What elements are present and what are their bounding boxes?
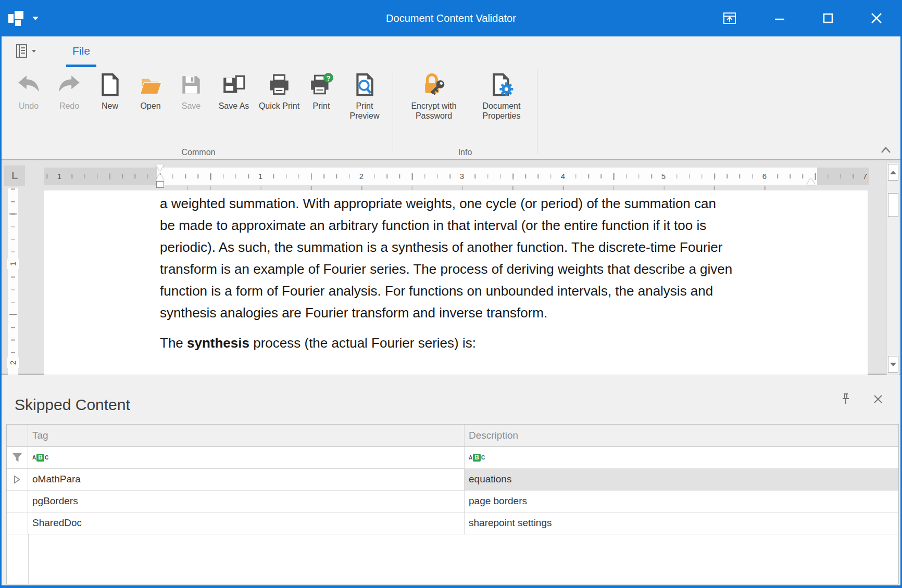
ruler-number: 4: [559, 168, 567, 185]
window-title: Document Content Validator: [0, 0, 902, 36]
skipped-content-panel: Skipped Content Tag Des: [0, 375, 902, 588]
scrollbar-thumb[interactable]: [888, 193, 898, 217]
ribbon-groups: Undo Redo: [4, 66, 537, 159]
header-indicator-cell: [7, 425, 28, 446]
horizontal-ruler: 1 1 2 3 4 5 6 7: [44, 168, 868, 185]
scroll-down-button[interactable]: [888, 356, 898, 373]
default-tab-stop-ticks: [185, 186, 812, 190]
row-focus-arrow-icon: [14, 475, 21, 484]
dropdown-caret-icon: [31, 49, 36, 53]
open-button[interactable]: Open: [130, 66, 171, 111]
ruler-number: 7: [861, 168, 869, 185]
row-indicator-cell: [7, 512, 28, 534]
app-window: Document Content Validator: [0, 0, 902, 588]
tab-stop-selector[interactable]: L: [4, 165, 25, 186]
ruler-number: 2: [357, 168, 366, 185]
save-as-button[interactable]: Save As: [211, 66, 256, 111]
left-indent-marker[interactable]: [156, 181, 164, 188]
new-document-icon: [97, 72, 122, 98]
pin-panel-button[interactable]: [837, 391, 854, 407]
tab-file[interactable]: File: [65, 41, 98, 66]
undo-icon: [16, 72, 41, 98]
column-header-description[interactable]: Description: [465, 425, 898, 446]
cell-description[interactable]: sharepoint settings: [465, 512, 898, 534]
panel-title: Skipped Content: [15, 396, 130, 414]
close-button[interactable]: [865, 6, 888, 30]
triangle-down-icon: [890, 363, 896, 366]
table-row[interactable]: pgBorders page borders: [7, 490, 898, 513]
ruler-number: 1: [55, 168, 64, 185]
ruler-half-inch-ticks: [9, 188, 17, 375]
abc-filter-icon: ABC: [32, 454, 48, 462]
group-label-common: Common: [4, 148, 393, 157]
print-preview-icon: [352, 72, 377, 98]
filter-row: ABC ABC: [7, 446, 898, 469]
filter-indicator-cell: [7, 446, 28, 468]
group-label-info: Info: [393, 148, 537, 157]
redo-icon: [57, 72, 82, 98]
table-row[interactable]: oMathPara equations: [7, 468, 898, 491]
minimize-button[interactable]: [768, 6, 792, 30]
close-icon: [870, 12, 883, 24]
cell-tag[interactable]: SharedDoc: [28, 512, 465, 534]
document-page[interactable]: a weighted summation. With appropriate w…: [44, 190, 868, 375]
file-tab-label: File: [65, 41, 98, 61]
quick-print-icon: [267, 72, 292, 98]
column-header-tag[interactable]: Tag: [28, 425, 465, 446]
doc-line: be made to approximate an arbitrary func…: [160, 218, 706, 233]
row-indicator-cell: [7, 490, 28, 512]
print-button[interactable]: ? Print: [302, 66, 341, 111]
open-folder-icon: [138, 72, 163, 98]
encrypt-lock-key-icon: [421, 72, 446, 98]
row-indicator-cell: [7, 468, 28, 490]
ruler-number: 6: [760, 168, 769, 185]
new-button[interactable]: New: [90, 66, 130, 111]
ribbon-display-options-button[interactable]: [718, 6, 742, 30]
save-icon: [179, 72, 204, 98]
ruler-number: 1: [256, 168, 265, 185]
vertical-scrollbar[interactable]: [886, 163, 899, 375]
first-line-indent-marker[interactable]: [156, 164, 164, 171]
document-properties-gear-icon: [489, 72, 514, 98]
ruler-half-inch-ticks: [44, 173, 868, 180]
cell-description[interactable]: equations: [465, 468, 898, 490]
svg-text:?: ?: [326, 74, 330, 82]
window-border-bottom: [0, 585, 902, 588]
collapse-ribbon-chevron-icon: [880, 146, 892, 154]
save-button[interactable]: Save: [171, 66, 211, 111]
encrypt-with-password-button[interactable]: Encrypt with Password: [397, 66, 470, 121]
maximize-button[interactable]: [816, 6, 840, 30]
undo-button[interactable]: Undo: [8, 66, 49, 111]
document-area: L 1 1 2 3 4 5 6 7 1 2 a weight: [0, 160, 902, 375]
doc-line: periodic). As such, the summation is a s…: [160, 239, 722, 255]
description-filter-cell[interactable]: ABC: [465, 446, 898, 468]
table-header-row: Tag Description: [7, 425, 898, 447]
cell-tag[interactable]: pgBorders: [28, 490, 465, 512]
hanging-indent-marker[interactable]: [156, 174, 164, 181]
doc-paragraph-2: The synthesis process (the actual Fourie…: [160, 335, 476, 351]
triangle-up-icon: [890, 171, 896, 174]
doc-line: synthesis analogies are Fourier transfor…: [160, 305, 547, 321]
cell-tag[interactable]: oMathPara: [28, 468, 465, 490]
ribbon: File Undo: [0, 36, 902, 160]
close-panel-button[interactable]: [870, 391, 886, 407]
table-row[interactable]: SharedDoc sharepoint settings: [7, 512, 898, 534]
doc-line: a weighted summation. With appropriate w…: [160, 196, 716, 211]
document-list-icon: [15, 43, 29, 59]
scroll-up-button[interactable]: [888, 164, 898, 181]
filter-funnel-icon: [11, 452, 23, 463]
quick-print-button[interactable]: Quick Print: [256, 66, 302, 111]
quick-access-toolbar-button[interactable]: [15, 43, 42, 59]
doc-line: transform is an example of Fourier serie…: [160, 261, 732, 277]
right-indent-marker[interactable]: [807, 178, 815, 185]
ruler-number: 5: [659, 168, 668, 185]
minimize-icon: [774, 12, 785, 24]
close-icon: [872, 393, 884, 405]
redo-button[interactable]: Redo: [49, 66, 90, 111]
indicator-column-empty: [7, 534, 29, 584]
print-preview-button[interactable]: Print Preview: [341, 66, 389, 121]
collapse-ribbon-button[interactable]: [878, 144, 894, 156]
cell-description[interactable]: page borders: [465, 490, 898, 512]
tag-filter-cell[interactable]: ABC: [28, 446, 465, 468]
document-properties-button[interactable]: Document Properties: [470, 66, 533, 121]
